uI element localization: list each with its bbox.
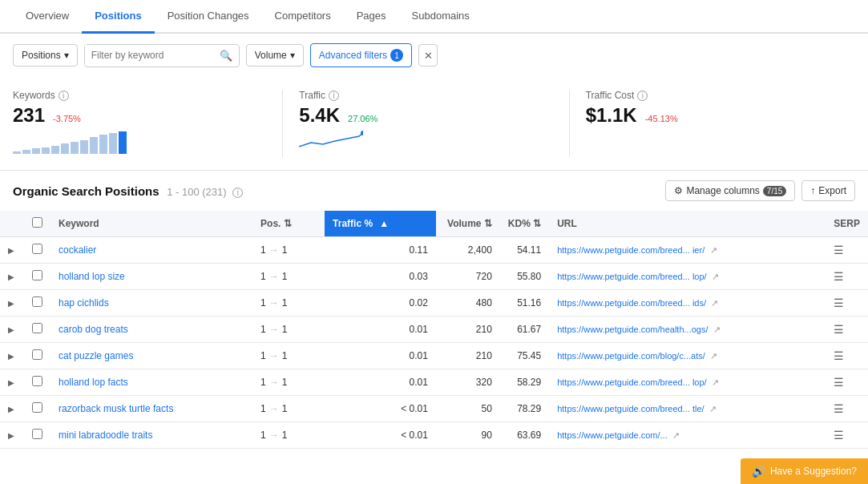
chevron-down-icon: ▾ [64, 50, 69, 61]
serp-icon[interactable]: ☰ [834, 349, 844, 362]
serp-icon[interactable]: ☰ [834, 270, 844, 283]
traffic-cell: < 0.01 [325, 422, 436, 449]
volume-label: Volume [255, 50, 287, 61]
keyword-link[interactable]: carob dog treats [59, 324, 128, 335]
expand-icon[interactable]: ▶ [8, 299, 14, 308]
url-link[interactable]: https://www.petguide.com/breed... ids/ [557, 298, 706, 308]
external-link-icon[interactable]: ↗ [712, 272, 719, 281]
volume-cell: 2,400 [436, 237, 500, 264]
col-kd[interactable]: KD% ⇅ [500, 211, 549, 237]
arrow-right-icon: → [269, 377, 279, 388]
section-info-icon[interactable]: i [232, 188, 243, 198]
serp-icon[interactable]: ☰ [834, 429, 844, 442]
advanced-filters-label: Advanced filters [319, 50, 387, 61]
manage-columns-button[interactable]: ⚙ Manage columns 7/15 [665, 180, 795, 201]
bar-10 [109, 133, 117, 154]
traffic-value: 5.4K [299, 104, 340, 127]
table-row: ▶ cat puzzle games 1 → 1 0.01 210 75.45 … [0, 343, 868, 369]
row-checkbox[interactable] [32, 244, 42, 254]
col-volume[interactable]: Volume ⇅ [436, 211, 500, 237]
external-link-icon[interactable]: ↗ [711, 298, 718, 308]
url-link[interactable]: https://www.petguide.com/breed... lop/ [557, 377, 707, 387]
external-link-icon[interactable]: ↗ [709, 404, 717, 413]
tab-competitors[interactable]: Competitors [262, 0, 344, 34]
traffic-cost-change: -45.13% [645, 114, 678, 123]
expand-icon[interactable]: ▶ [8, 405, 14, 413]
url-cell: https://www.petguide.com/breed... lop/ ↗ [549, 264, 826, 290]
traffic-cost-value: $1.1K [586, 104, 637, 127]
advanced-filters-button[interactable]: Advanced filters 1 [310, 43, 412, 67]
col-pos[interactable]: Pos. ⇅ [252, 211, 325, 237]
url-link[interactable]: https://www.petguide.com/health...ogs/ [557, 325, 708, 334]
row-checkbox[interactable] [32, 349, 42, 360]
expand-icon[interactable]: ▶ [8, 272, 14, 281]
url-link[interactable]: https://www.petguide.com/... [557, 430, 668, 440]
expand-icon[interactable]: ▶ [8, 352, 14, 361]
url-cell: https://www.petguide.com/blog/c...ats/ ↗ [549, 343, 826, 369]
col-expand [0, 211, 24, 237]
row-checkbox[interactable] [32, 402, 42, 413]
col-keyword[interactable]: Keyword [50, 211, 252, 237]
keyword-link[interactable]: mini labradoodle traits [59, 430, 152, 441]
close-icon: ✕ [424, 50, 433, 62]
pos-to: 1 [282, 430, 288, 441]
tab-position-changes[interactable]: Position Changes [155, 0, 262, 34]
keywords-info-icon[interactable]: i [59, 91, 69, 101]
pos-to: 1 [282, 377, 288, 388]
traffic-info-icon[interactable]: i [329, 91, 339, 101]
tab-overview[interactable]: Overview [13, 0, 82, 34]
volume-dropdown[interactable]: Volume ▾ [246, 44, 304, 67]
serp-icon[interactable]: ☰ [834, 296, 844, 309]
url-link[interactable]: https://www.petguide.com/breed... ier/ [557, 245, 704, 255]
serp-icon[interactable]: ☰ [834, 244, 844, 256]
close-filters-button[interactable]: ✕ [418, 44, 438, 67]
serp-icon[interactable]: ☰ [834, 376, 844, 389]
export-button[interactable]: ↑ Export [801, 180, 855, 201]
keyword-link[interactable]: cat puzzle games [59, 350, 133, 361]
row-checkbox[interactable] [32, 376, 42, 386]
keyword-link[interactable]: hap cichlids [59, 297, 109, 309]
keyword-link[interactable]: razorback musk turtle facts [59, 403, 173, 414]
arrow-right-icon: → [269, 430, 279, 441]
select-all-checkbox[interactable] [32, 217, 42, 228]
row-checkbox[interactable] [32, 323, 42, 333]
table-row: ▶ holland lop facts 1 → 1 0.01 320 58.29… [0, 369, 868, 396]
tab-pages[interactable]: Pages [344, 0, 399, 34]
keyword-link[interactable]: holland lop size [59, 271, 125, 282]
keyword-link[interactable]: holland lop facts [59, 377, 128, 388]
tab-subdomains[interactable]: Subdomains [399, 0, 482, 34]
expand-icon[interactable]: ▶ [8, 246, 14, 255]
expand-cell: ▶ [0, 237, 24, 264]
url-link[interactable]: https://www.petguide.com/blog/c...ats/ [557, 351, 705, 361]
table-row: ▶ carob dog treats 1 → 1 0.01 210 61.67 … [0, 317, 868, 343]
url-link[interactable]: https://www.petguide.com/breed... tle/ [557, 404, 704, 413]
col-url[interactable]: URL [549, 211, 826, 237]
serp-icon[interactable]: ☰ [834, 323, 844, 336]
url-link[interactable]: https://www.petguide.com/breed... lop/ [557, 272, 707, 281]
external-link-icon[interactable]: ↗ [712, 377, 719, 387]
metrics-row: Keywords i 231 -3.75% Traffic i 5.4K 27.… [0, 77, 868, 171]
expand-icon[interactable]: ▶ [8, 325, 14, 334]
traffic-cost-info-icon[interactable]: i [637, 91, 648, 101]
bar-8 [90, 137, 98, 154]
row-checkbox[interactable] [32, 270, 42, 280]
expand-icon[interactable]: ▶ [8, 378, 14, 387]
row-checkbox[interactable] [32, 296, 42, 307]
keyword-input[interactable] [85, 45, 213, 66]
tab-positions[interactable]: Positions [82, 0, 155, 34]
arrow-right-icon: → [269, 244, 279, 256]
search-icon: 🔍 [213, 45, 239, 67]
external-link-icon[interactable]: ↗ [710, 245, 717, 255]
positions-dropdown[interactable]: Positions ▾ [13, 44, 78, 67]
expand-icon[interactable]: ▶ [8, 431, 14, 440]
bar-6 [71, 142, 79, 154]
pos-cell: 1 → 1 [252, 396, 325, 422]
external-link-icon[interactable]: ↗ [672, 430, 680, 440]
external-link-icon[interactable]: ↗ [710, 351, 717, 361]
external-link-icon[interactable]: ↗ [713, 325, 721, 334]
row-checkbox[interactable] [32, 429, 42, 439]
keyword-link[interactable]: cockalier [59, 244, 96, 256]
bar-5 [61, 143, 69, 154]
serp-icon[interactable]: ☰ [834, 402, 844, 415]
col-traffic[interactable]: Traffic % ▲ [325, 211, 436, 237]
